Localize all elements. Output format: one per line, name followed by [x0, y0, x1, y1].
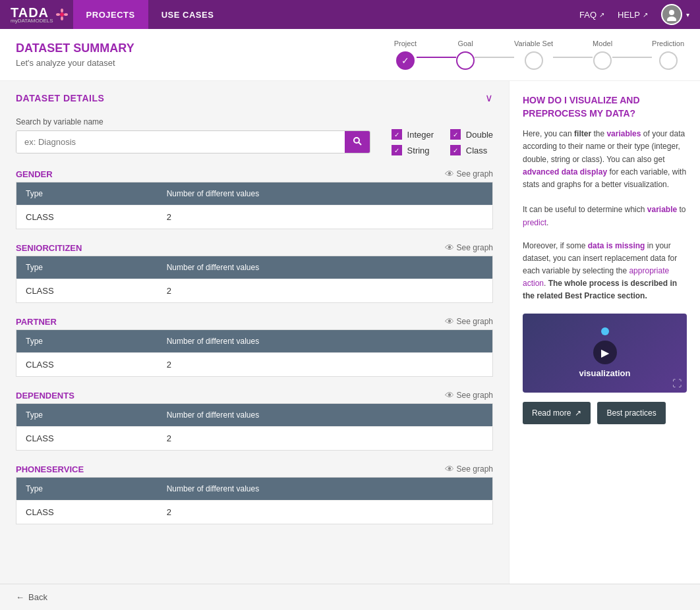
- type-cell: CLASS: [16, 206, 158, 229]
- col-type: Type: [16, 256, 158, 279]
- variable-name: GENDER: [16, 169, 53, 179]
- checkbox-integer[interactable]: ✓: [392, 129, 402, 140]
- svg-point-5: [669, 10, 674, 15]
- content-area: DATASET DETAILS ∨ Search by variable nam…: [0, 81, 700, 584]
- variable-name: PHONESERVICE: [16, 464, 84, 474]
- nav-tab-projects[interactable]: PROJECTS: [73, 0, 148, 29]
- best-practices-button[interactable]: Best practices: [597, 402, 665, 424]
- filter-label-string: String: [407, 146, 430, 155]
- step-line-3: [553, 57, 593, 58]
- fullscreen-icon[interactable]: ⛶: [672, 378, 682, 389]
- svg-point-6: [667, 16, 676, 21]
- table-row: CLASS 2: [16, 501, 493, 524]
- collapse-icon[interactable]: ∨: [485, 92, 493, 104]
- external-link-icon: ↗: [575, 408, 581, 418]
- checkbox-double[interactable]: ✓: [450, 129, 461, 140]
- variable-name: PARTNER: [16, 317, 57, 327]
- search-button[interactable]: [345, 131, 370, 153]
- step-project: Project ✓: [394, 40, 417, 70]
- read-more-button[interactable]: Read more ↗: [523, 402, 591, 424]
- help-link[interactable]: HELP ↗: [618, 10, 648, 20]
- nav-right: FAQ ↗ HELP ↗ ▾: [579, 4, 689, 25]
- type-cell: CLASS: [16, 427, 158, 451]
- see-graph-link[interactable]: 👁 See graph: [445, 242, 493, 253]
- nav-tab-use-cases[interactable]: USE CASES: [148, 0, 227, 29]
- variable-table: Type Number of different values CLASS 2: [16, 256, 493, 303]
- filter-label-double: Double: [466, 130, 493, 140]
- dataset-details-header: DATASET DETAILS ∨: [16, 92, 493, 107]
- variable-section-phoneservice: PHONESERVICE 👁 See graph Type Number of …: [16, 464, 493, 524]
- values-cell: 2: [158, 279, 493, 303]
- values-cell: 2: [158, 206, 493, 229]
- faq-link[interactable]: FAQ ↗: [579, 10, 604, 20]
- checkbox-class[interactable]: ✓: [450, 145, 461, 155]
- see-graph-link[interactable]: 👁 See graph: [445, 390, 493, 401]
- svg-line-8: [359, 142, 361, 145]
- col-values: Number of different values: [158, 330, 493, 353]
- right-panel-title: HOW DO I VISUALIZE AND PREPROCESS MY DAT…: [523, 94, 687, 120]
- variable-section-seniorcitizen: SENIORCITIZEN 👁 See graph Type Number of…: [16, 242, 493, 303]
- step-goal: Goal: [456, 40, 475, 70]
- step-model: Model: [593, 40, 612, 70]
- search-area: Search by variable name: [16, 117, 370, 153]
- step-circle-prediction: [659, 51, 678, 70]
- values-cell: 2: [158, 427, 493, 451]
- svg-point-7: [354, 138, 359, 143]
- step-circle-goal: [456, 51, 475, 70]
- see-graph-link[interactable]: 👁 See graph: [445, 169, 493, 179]
- values-cell: 2: [158, 501, 493, 524]
- col-values: Number of different values: [158, 478, 493, 501]
- filter-label-integer: Integer: [407, 130, 434, 140]
- variable-header: PARTNER 👁 See graph: [16, 316, 493, 327]
- step-circle-model: [593, 51, 612, 70]
- variable-header: PHONESERVICE 👁 See graph: [16, 464, 493, 474]
- play-button[interactable]: ▶: [593, 341, 617, 364]
- user-menu[interactable]: ▾: [661, 4, 689, 25]
- variable-section-dependents: DEPENDENTS 👁 See graph Type Number of di…: [16, 390, 493, 451]
- checkbox-string[interactable]: ✓: [392, 145, 402, 155]
- variable-header: DEPENDENTS 👁 See graph: [16, 390, 493, 401]
- col-values: Number of different values: [158, 404, 493, 427]
- see-graph-link[interactable]: 👁 See graph: [445, 464, 493, 474]
- logo-sub: myDATAMODELS: [11, 18, 53, 24]
- filter-area: ✓ Integer ✓ Double ✓ String ✓ Class: [392, 129, 493, 155]
- variable-name: SENIORCITIZEN: [16, 243, 82, 253]
- right-panel: HOW DO I VISUALIZE AND PREPROCESS MY DAT…: [509, 81, 700, 584]
- right-panel-text-2: Moreover, if some data is missing in you…: [523, 240, 687, 303]
- action-buttons: Read more ↗ Best practices: [523, 402, 687, 424]
- chevron-down-icon: ▾: [686, 11, 689, 18]
- step-line-2: [475, 57, 514, 58]
- back-arrow-icon: ←: [16, 592, 24, 602]
- search-input[interactable]: [16, 131, 345, 153]
- svg-point-2: [61, 16, 63, 20]
- eye-icon: 👁: [445, 464, 454, 474]
- eye-icon: 👁: [445, 390, 454, 401]
- svg-point-4: [64, 13, 68, 16]
- svg-point-3: [56, 13, 60, 16]
- variable-header: SENIORCITIZEN 👁 See graph: [16, 242, 493, 253]
- video-thumbnail[interactable]: ▶ visualization ⛶: [523, 314, 687, 393]
- type-cell: CLASS: [16, 501, 158, 524]
- variable-table: Type Number of different values CLASS 2: [16, 182, 493, 229]
- see-graph-link[interactable]: 👁 See graph: [445, 316, 493, 327]
- step-line-1: [417, 57, 456, 58]
- col-type: Type: [16, 404, 158, 427]
- values-cell: 2: [158, 353, 493, 377]
- progress-stepper: Project ✓ Goal Variable Set Model: [394, 40, 684, 70]
- step-variable-set: Variable Set: [514, 40, 553, 70]
- main-container: DATASET SUMMARY Let's analyze your datas…: [0, 29, 700, 610]
- dataset-info: DATASET SUMMARY Let's analyze your datas…: [16, 42, 134, 68]
- variable-section-gender: GENDER 👁 See graph Type Number of differ…: [16, 169, 493, 229]
- table-row: CLASS 2: [16, 206, 493, 229]
- col-type: Type: [16, 478, 158, 501]
- search-input-wrap: [16, 130, 370, 153]
- filter-class: ✓ Class: [450, 145, 493, 155]
- external-link-icon: ↗: [599, 11, 604, 18]
- table-row: CLASS 2: [16, 279, 493, 303]
- col-type: Type: [16, 330, 158, 353]
- variable-table: Type Number of different values CLASS 2: [16, 403, 493, 451]
- type-cell: CLASS: [16, 279, 158, 303]
- step-label-variable-set: Variable Set: [514, 40, 553, 47]
- back-button[interactable]: ← Back: [16, 592, 47, 602]
- left-panel: DATASET DETAILS ∨ Search by variable nam…: [0, 81, 509, 584]
